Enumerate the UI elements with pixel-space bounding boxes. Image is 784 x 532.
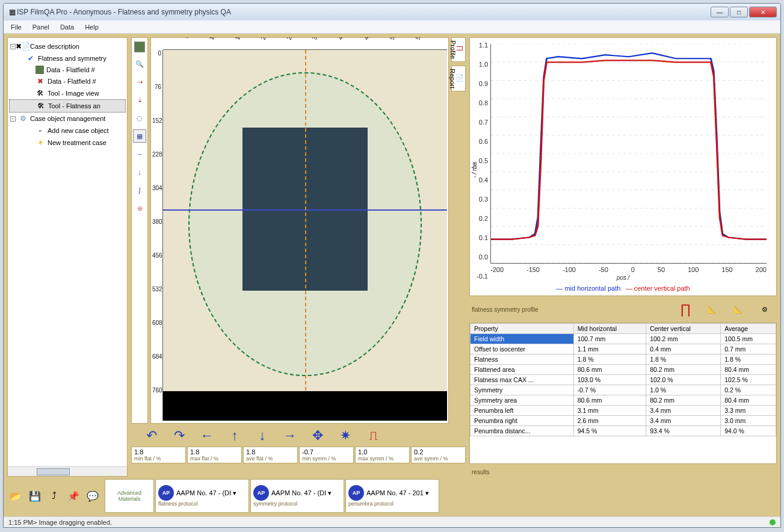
profile-red-icon[interactable]: ⎍ [363,427,383,444]
gear-icon[interactable]: ⚙ [755,300,774,319]
table-row[interactable]: Flattened area80.6 mm80.2 mm80.4 mm [471,365,776,375]
menu-help[interactable]: Help [85,23,99,31]
right-panel: - / rba -0.10.00.10.20.30.40.50.60.70.80… [469,37,777,477]
table-row[interactable]: Penumbra left3.1 mm3.4 mm3.3 mm [471,406,776,416]
table-row[interactable]: Symmetry area80.6 mm80.2 mm80.4 mm [471,395,776,406]
table-row[interactable]: Flatness1.8 %1.8 %1.8 % [471,354,776,365]
case-tree[interactable]: − ✖📄 Case description ✔ Flatness and sym… [8,38,127,466]
tab-label: Profile [449,40,457,59]
target-icon[interactable]: ⊕ [133,202,146,215]
film-canvas[interactable] [163,50,447,421]
thumb-icon[interactable] [134,42,145,52]
rotate-cw-icon[interactable]: ↷ [170,427,189,444]
menu-data[interactable]: Data [60,23,74,31]
tree-add-new-object[interactable]: ▫ Add new case object [9,125,126,137]
ruler-right-icon[interactable]: 📐 [729,300,748,319]
table-row[interactable]: Penumbra distanc...94.5 %93.4 %94.0 % [471,426,776,436]
minimize-button[interactable]: — [711,7,729,17]
vertical-profile-line[interactable] [305,50,306,421]
ruler-left-icon[interactable]: 📐 [702,300,721,319]
arrow-right-icon[interactable]: → [133,147,146,161]
arrow-down-icon[interactable]: ↓ [253,427,272,444]
table-row[interactable]: Offset to isocenter1.1 mm0.4 mm0.7 mm [471,344,776,354]
film-viewport[interactable]: 059119178237297356415474534593 076152228… [150,37,449,424]
chart-plot-area[interactable] [490,44,767,264]
tree-label: Add new case object [48,127,109,134]
col-header[interactable]: Property [471,324,574,334]
stat-ave-flat: 1.8ave flat / % [243,447,298,463]
tree-scrollbar[interactable] [8,466,127,476]
tab-report[interactable]: 📄Report [451,66,466,91]
protocol-label: flatness protocol [158,501,246,507]
tree-case-object-mgmt[interactable]: − ⚙ Case object management [9,113,126,125]
stat-max-flat: 1.8max flat / % [187,447,242,463]
tree-label: New treatment case [48,139,106,146]
client-area: − ✖📄 Case description ✔ Flatness and sym… [4,34,780,516]
tree-data-flatfield-a[interactable]: Data - Flatfield # [9,64,126,75]
chart-xlabel: pos / [474,274,773,281]
export-icon[interactable]: ⤴ [47,489,61,503]
maximize-button[interactable]: □ [730,7,748,17]
protocol-label: symmetry protocol [253,501,341,507]
table-row[interactable]: Flatness max CAX ...103.0 %102.0 %102.5 … [471,375,776,385]
aapm-icon: AP [158,485,174,501]
table-row[interactable]: Field width100.7 mm100.2 mm100.5 mm [471,334,776,344]
close-button[interactable]: ✕ [749,7,777,17]
save-icon[interactable]: 💾 [28,489,42,503]
ruler-left: 076152228304380456532608684760 [152,50,163,421]
film-preview-icon[interactable]: ▦ [133,129,146,143]
flatness-protocol[interactable]: APAAPM No. 47 - (DI ▾ flatness protocol [155,479,249,513]
table-row[interactable]: Symmetry-0.7 %1.0 %0.2 % [471,385,776,395]
col-header[interactable]: Mid horizontal [573,324,646,334]
tree-case-description[interactable]: − ✖📄 Case description [9,40,126,52]
dashed-circle-icon[interactable]: ◌ [133,111,146,125]
rotate-ccw-icon[interactable]: ↶ [142,427,161,444]
penumbra-protocol[interactable]: APAAPM No. 47 - 201 ▾ penumbra protocol [345,479,439,513]
tip-icon[interactable]: 💬 [85,489,100,503]
case-tree-panel: − ✖📄 Case description ✔ Flatness and sym… [7,37,128,477]
results-table-wrap: PropertyMid horizontalCenter verticalAve… [469,323,777,464]
tree-label: Case description [30,43,79,50]
arrow-left-icon[interactable]: ← [197,427,217,444]
crosshair-v-icon[interactable]: ⇣ [133,93,146,107]
chart-yticks: -0.10.00.10.20.30.40.50.60.70.80.91.01.1 [475,42,488,280]
col-header[interactable]: Average [721,324,776,334]
profile-shape-icon[interactable]: ∏ [676,300,695,319]
arrow-right-icon[interactable]: → [280,427,300,444]
tree-tool-flatness[interactable]: 🛠 Tool - Flatness an [9,99,126,113]
tab-profile[interactable]: ∏Profile [451,37,466,62]
sun-icon: ☀ [35,138,45,147]
tree-label: Tool - Image view [48,90,99,97]
menu-file[interactable]: File [11,23,22,31]
crosshair-h-icon[interactable]: ⇢ [133,75,146,88]
gear-icon: ⚙ [18,114,28,123]
pan-icon[interactable]: ✥ [308,427,327,444]
profile-curve-icon[interactable]: ∫ [133,184,146,197]
vendor-logo: Advanced Materials [105,479,154,513]
pin-icon[interactable]: 📌 [66,489,81,503]
arrow-up-icon[interactable]: ↑ [225,427,244,444]
page-icon: ▫ [35,126,45,135]
protocol-select[interactable]: AAPM No. 47 - 201 ▾ [366,489,429,497]
tree-new-treatment-case[interactable]: ☀ New treatment case [9,137,126,149]
col-header[interactable]: Center vertical [646,324,721,334]
tree-tool-image-view[interactable]: 🛠 Tool - Image view [9,87,126,99]
open-icon[interactable]: 📂 [8,489,23,503]
quick-toolbar: 📂 💾 ⤴ 📌 💬 [7,479,101,513]
tree-data-flatfield-b[interactable]: ✖ Data - Flatfield # [9,75,126,87]
protocol-select[interactable]: AAPM No. 47 - (DI ▾ [176,489,236,497]
menu-panel[interactable]: Panel [32,23,49,31]
protocol-select[interactable]: AAPM No. 47 - (DI ▾ [271,489,332,497]
titlebar[interactable]: ▦ ISP FilmQA Pro - Anonymous - Flatness … [4,4,780,20]
table-row[interactable]: Penumbra right2.6 mm3.4 mm3.0 mm [471,416,776,426]
results-table[interactable]: PropertyMid horizontalCenter verticalAve… [470,323,776,436]
symmetry-protocol[interactable]: APAAPM No. 47 - (DI ▾ symmetry protocol [250,479,344,513]
arrow-down-icon[interactable]: ↓ [133,165,146,179]
collapse-icon[interactable]: − [10,116,16,122]
right-tabs: ∏Profile 📄Report [451,37,466,424]
tree-flatness-symmetry[interactable]: ✔ Flatness and symmetry [9,52,126,64]
burst-icon[interactable]: ✷ [336,427,355,444]
zoom-icon[interactable]: 🔍 [133,57,146,70]
menubar: File Panel Data Help [4,20,780,34]
status-indicator-icon [770,519,776,525]
